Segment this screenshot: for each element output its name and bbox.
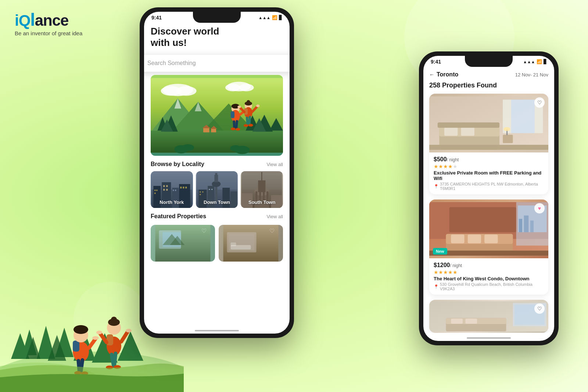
svg-rect-145 bbox=[231, 242, 236, 246]
hero-illustration bbox=[151, 75, 283, 156]
property-price-1: $500/ night bbox=[434, 156, 544, 163]
locality-north-york[interactable]: North York bbox=[151, 171, 193, 208]
svg-point-79 bbox=[248, 124, 253, 126]
browse-view-all[interactable]: View all bbox=[266, 162, 283, 167]
svg-point-63 bbox=[230, 145, 241, 152]
svg-rect-151 bbox=[511, 100, 535, 133]
property-name-1: Exclusive Private Room with FREE Parking… bbox=[434, 170, 544, 181]
locality-grid: North York bbox=[151, 171, 283, 208]
svg-point-20 bbox=[92, 336, 99, 340]
left-phone-frame: 9:41 ▲▲▲ 📶 ▊ Discover world with us! bbox=[140, 7, 294, 338]
svg-text:♡: ♡ bbox=[201, 228, 207, 234]
logo-area: iQlance Be an inventor of great idea bbox=[15, 11, 82, 36]
svg-rect-168 bbox=[530, 220, 534, 232]
logo-lance: ance bbox=[35, 12, 69, 29]
logo-subtitle: Be an inventor of great idea bbox=[15, 30, 82, 36]
svg-rect-171 bbox=[451, 234, 464, 243]
property-stars-1: ★★★★★ bbox=[434, 163, 544, 169]
svg-rect-166 bbox=[519, 219, 522, 232]
logo-iq: iQ bbox=[15, 12, 30, 29]
left-status-icons: ▲▲▲ 📶 ▊ bbox=[258, 15, 282, 20]
svg-rect-179 bbox=[465, 319, 477, 324]
right-phone-container: 9:41 ▲▲▲ 📶 ▊ ← Toronto 12 Nov- 21 Nov bbox=[419, 51, 559, 345]
featured-strip: ♡ ♡ bbox=[151, 225, 283, 262]
featured-title: Featured Properties bbox=[151, 213, 206, 220]
new-badge: New bbox=[433, 248, 447, 255]
locality-down-town[interactable]: Down Town bbox=[196, 171, 238, 208]
properties-count: 258 Properties Found bbox=[429, 82, 548, 89]
search-bar[interactable]: Search Something bbox=[144, 54, 290, 72]
back-arrow: ← bbox=[429, 72, 434, 78]
svg-point-39 bbox=[176, 86, 196, 96]
svg-point-32 bbox=[96, 331, 102, 334]
location-icon-2: 📍 bbox=[434, 284, 439, 289]
browse-section-header: Browse by Locality View all bbox=[151, 156, 283, 171]
svg-point-69 bbox=[236, 128, 240, 131]
right-signal-icon: ▲▲▲ bbox=[523, 60, 535, 64]
locality-south-town[interactable]: South Town bbox=[241, 171, 283, 208]
search-placeholder: Search Something bbox=[147, 60, 196, 66]
property-name-2: The Heart of King West Condo, Downtown bbox=[434, 276, 544, 281]
svg-rect-56 bbox=[203, 128, 209, 132]
svg-point-84 bbox=[256, 105, 259, 107]
north-york-label: North York bbox=[151, 199, 193, 205]
svg-point-86 bbox=[247, 100, 250, 104]
back-button[interactable]: ← Toronto bbox=[429, 71, 458, 78]
property-card-3[interactable]: ♡ bbox=[429, 300, 548, 333]
svg-rect-167 bbox=[524, 216, 529, 233]
logo-dot: l bbox=[30, 10, 35, 29]
property-address-2: 📍 530 Grovehill Rd Qualicum Beach, Briti… bbox=[434, 282, 544, 291]
svg-rect-172 bbox=[468, 234, 481, 243]
heart-btn-1[interactable]: ♡ bbox=[534, 97, 545, 108]
right-home-indicator bbox=[467, 337, 511, 339]
svg-point-19 bbox=[74, 325, 88, 334]
svg-rect-48 bbox=[151, 131, 283, 153]
logo: iQlance bbox=[15, 11, 82, 29]
featured-card-2[interactable]: ♡ bbox=[219, 225, 283, 262]
left-phone-screen: 9:41 ▲▲▲ 📶 ▊ Discover world with us! bbox=[144, 12, 290, 334]
left-phone-notch bbox=[193, 12, 241, 23]
svg-rect-163 bbox=[449, 207, 516, 232]
property-stars-2: ★★★★★ bbox=[434, 269, 544, 275]
wifi-icon: 📶 bbox=[272, 15, 277, 20]
left-phone-content: Discover world with us! Search Something bbox=[144, 22, 290, 326]
nav-city: Toronto bbox=[437, 71, 458, 78]
svg-point-159 bbox=[503, 127, 510, 131]
svg-point-83 bbox=[237, 106, 241, 108]
heart-btn-3[interactable]: ♡ bbox=[534, 303, 545, 314]
heart-btn-2[interactable]: ♥ bbox=[534, 203, 545, 213]
right-phone-notch bbox=[465, 56, 513, 67]
property-card-2[interactable]: ♥ New $1200/ night ★★★★★ The Heart of Ki… bbox=[429, 199, 548, 295]
svg-rect-58 bbox=[211, 129, 216, 132]
nav-dates: 12 Nov- 21 Nov bbox=[515, 72, 548, 78]
svg-rect-178 bbox=[451, 319, 463, 324]
svg-point-68 bbox=[231, 128, 236, 130]
property-card-1[interactable]: ♡ $500/ night ★★★★★ Exclusive Private Ro… bbox=[429, 94, 548, 194]
title-line2: with us! bbox=[151, 37, 187, 48]
property-price-2: $1200/ night bbox=[434, 262, 544, 269]
property-img-3: ♡ bbox=[429, 300, 548, 333]
down-town-label: Down Town bbox=[196, 199, 238, 205]
svg-rect-160 bbox=[429, 145, 548, 150]
south-town-label: South Town bbox=[241, 199, 283, 205]
right-phone-screen: 9:41 ▲▲▲ 📶 ▊ ← Toronto 12 Nov- 21 Nov bbox=[423, 56, 554, 341]
right-wifi-icon: 📶 bbox=[537, 59, 542, 64]
right-status-time: 9:41 bbox=[431, 59, 441, 65]
svg-rect-16 bbox=[73, 341, 79, 352]
property-info-1: $500/ night ★★★★★ Exclusive Private Room… bbox=[429, 152, 548, 194]
featured-section-header: Featured Properties View all bbox=[151, 208, 283, 223]
discover-title: Discover world with us! bbox=[151, 26, 283, 48]
svg-point-33 bbox=[126, 329, 132, 332]
property-img-2: ♥ New bbox=[429, 199, 548, 258]
svg-line-18 bbox=[89, 339, 96, 348]
signal-icon: ▲▲▲ bbox=[258, 15, 270, 20]
property-img-1: ♡ bbox=[429, 94, 548, 152]
svg-rect-156 bbox=[438, 122, 499, 128]
featured-card-1[interactable]: ♡ bbox=[151, 225, 215, 262]
svg-rect-154 bbox=[444, 127, 458, 136]
right-phone-frame: 9:41 ▲▲▲ 📶 ▊ ← Toronto 12 Nov- 21 Nov bbox=[419, 51, 559, 345]
svg-point-42 bbox=[239, 84, 254, 91]
featured-view-all[interactable]: View all bbox=[266, 214, 283, 219]
left-phone-container: 9:41 ▲▲▲ 📶 ▊ Discover world with us! bbox=[140, 7, 294, 338]
svg-rect-155 bbox=[461, 127, 474, 136]
